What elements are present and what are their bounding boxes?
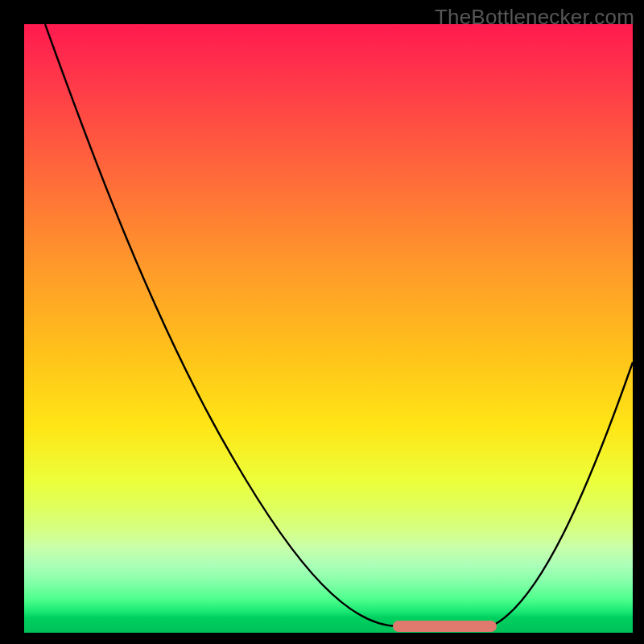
watermark-text: TheBottlenecker.com — [435, 5, 634, 30]
chart-plot-area — [24, 24, 633, 633]
curve-right — [491, 362, 633, 626]
chart-svg — [24, 24, 633, 633]
curve-left — [45, 24, 398, 626]
